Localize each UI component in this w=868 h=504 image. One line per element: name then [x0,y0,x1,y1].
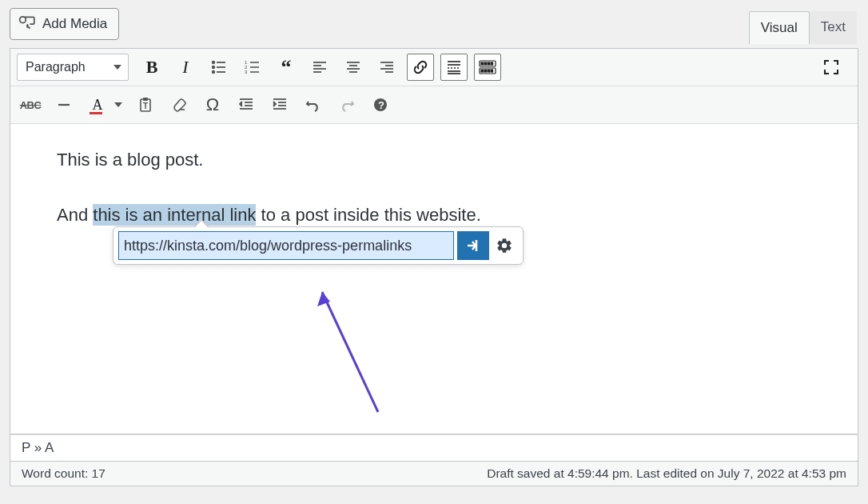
selected-link-text[interactable]: this is an internal link [93,204,256,226]
clear-formatting-button[interactable] [165,91,193,118]
insert-link-button[interactable] [407,54,434,81]
format-dropdown[interactable]: Paragraph [17,54,129,81]
indent-button[interactable] [266,91,293,118]
add-media-button[interactable]: Add Media [10,8,119,40]
apply-link-button[interactable] [457,231,489,260]
undo-button[interactable] [300,91,327,118]
align-center-button[interactable] [340,54,367,81]
editor-content[interactable]: This is a blog post. And this is an inte… [10,124,858,434]
add-media-label: Add Media [42,16,107,32]
numbered-list-button[interactable]: 123 [239,54,266,81]
svg-point-3 [213,71,215,74]
align-right-button[interactable] [373,54,400,81]
editor-mode-tabs: Visual Text [749,11,857,44]
blockquote-button[interactable]: “ [273,54,300,81]
text-color-dropdown[interactable] [111,91,125,118]
word-count: Word count: 17 [22,466,106,481]
svg-rect-37 [484,70,487,72]
link-settings-button[interactable] [491,231,518,260]
format-dropdown-label: Paragraph [26,60,86,74]
svg-rect-36 [481,70,484,72]
text-color-button[interactable]: A [84,91,111,118]
save-status: Draft saved at 4:59:44 pm. Last edited o… [487,466,846,481]
svg-point-2 [213,66,215,69]
outdent-button[interactable] [233,91,260,118]
element-path-bar[interactable]: P » A [10,434,858,462]
svg-rect-31 [481,62,484,65]
fullscreen-button[interactable] [818,54,845,81]
editor-toolbar: Paragraph B I 123 “ [10,48,858,124]
align-left-button[interactable] [306,54,333,81]
tab-visual[interactable]: Visual [749,11,810,44]
svg-rect-38 [488,70,490,72]
strikethrough-button[interactable]: ABC [17,91,44,118]
redo-button[interactable] [333,91,360,118]
svg-rect-39 [491,70,493,72]
bullet-list-button[interactable] [205,54,233,81]
svg-text:?: ? [378,99,384,111]
svg-rect-34 [491,62,493,65]
tab-text[interactable]: Text [810,11,857,44]
svg-text:3: 3 [245,70,248,74]
insert-more-button[interactable] [440,54,468,81]
svg-marker-56 [317,292,330,306]
media-icon [18,14,42,35]
toolbar-toggle-button[interactable] [474,54,501,81]
help-button[interactable]: ? [367,91,394,118]
svg-line-55 [322,292,378,412]
svg-rect-32 [484,62,487,65]
chevron-down-icon [114,102,122,107]
svg-rect-33 [488,62,490,65]
annotation-arrow [306,284,402,428]
svg-text:T: T [143,102,148,110]
horizontal-rule-button[interactable] [50,91,78,118]
editor-status-bar: Word count: 17 Draft saved at 4:59:44 pm… [10,462,858,486]
italic-button[interactable]: I [172,54,199,81]
paste-text-button[interactable]: T [132,91,159,118]
special-character-button[interactable]: Ω [199,91,226,118]
content-paragraph[interactable]: And this is an internal link to a post i… [57,203,811,228]
insert-link-popup [113,226,524,265]
svg-rect-42 [143,98,148,101]
chevron-down-icon [113,65,121,70]
bold-button[interactable]: B [138,54,165,81]
svg-point-1 [213,62,215,64]
link-url-input[interactable] [118,231,454,260]
content-paragraph[interactable]: This is a blog post. [57,148,811,173]
